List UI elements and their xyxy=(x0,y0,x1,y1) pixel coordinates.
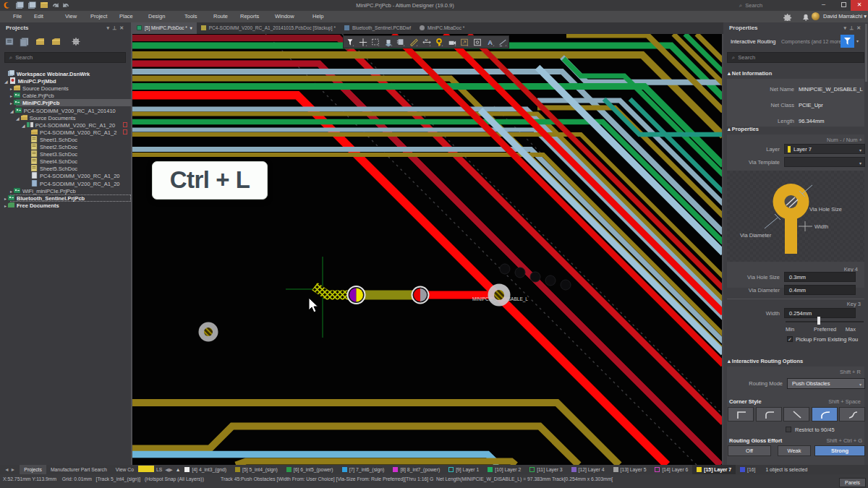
svg-text:Via Diameter: Via Diameter xyxy=(740,232,772,239)
svg-text:Via Hole Size: Via Hole Size xyxy=(809,206,842,213)
svg-text:A: A xyxy=(488,38,493,46)
svg-text:M: M xyxy=(425,38,427,42)
svg-text:Width: Width xyxy=(814,223,828,230)
